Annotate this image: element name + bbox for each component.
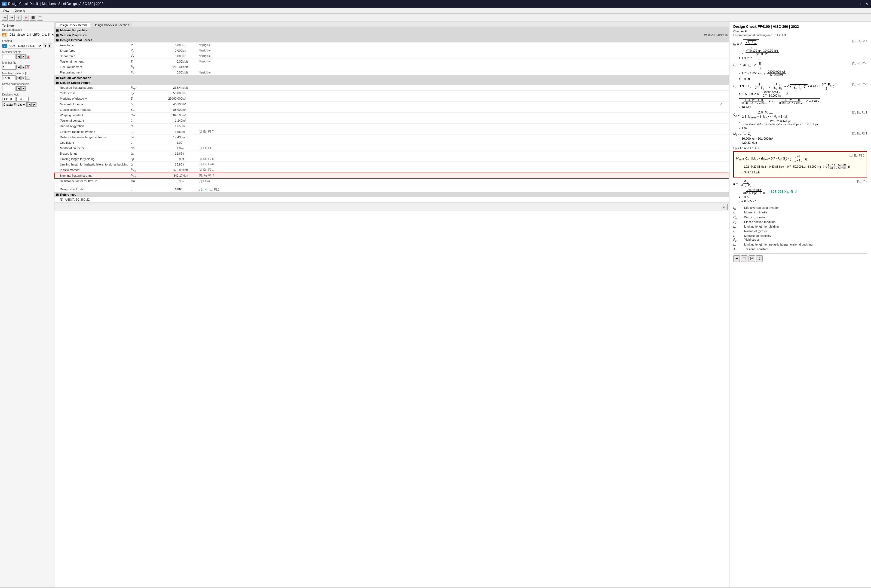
cv-unit-Mny: kipft xyxy=(183,174,199,177)
rts-eq2: = xyxy=(739,51,740,54)
force-unit-Vz: kip xyxy=(183,54,199,58)
design-check-values-title: Design Check Values xyxy=(60,81,727,84)
cv-value-Phib: 0.90 xyxy=(147,180,183,183)
toolbar-btn-2[interactable]: ↪ xyxy=(9,15,15,21)
member-no-input[interactable] xyxy=(2,65,16,70)
reference-row-1: [1] ANSI/AISC 360-22 xyxy=(54,197,729,202)
internal-forces-title: Design Internal Forces xyxy=(60,38,727,42)
force-row-My: Flexural moment My 266.44 kipft xyxy=(54,64,729,70)
rp-btn-2[interactable]: 📋 xyxy=(741,255,747,262)
minimize-button[interactable]: ─ xyxy=(854,1,858,6)
lr-frac1: E 0.7 · Fy xyxy=(754,83,765,90)
member-set-pick[interactable]: 🎯 xyxy=(26,55,30,58)
stress-point-input[interactable] xyxy=(2,86,16,91)
member-set-next[interactable]: ▶ xyxy=(21,54,25,59)
design-check-prev[interactable]: ◀ xyxy=(27,102,31,107)
force-symbol-Vy: Vy xyxy=(131,48,147,52)
var-Lp: Lp Limiting length for yielding xyxy=(733,225,867,229)
member-location-input[interactable] xyxy=(2,75,16,80)
material-properties-section[interactable]: ▣ Material Properties xyxy=(54,28,729,33)
member-location-prev[interactable]: ◀ xyxy=(16,76,21,80)
member-location-next[interactable]: ▶ xyxy=(21,76,25,80)
toolbar-btn-1[interactable]: ↩ xyxy=(1,15,7,21)
member-no-next[interactable]: ▶ xyxy=(21,65,25,69)
design-check-chapter-select[interactable]: Chapter F | Lateral-torsio... xyxy=(2,102,27,107)
lp-label: Lp xyxy=(733,63,736,67)
cv-symbol-Lb: Lb xyxy=(131,152,147,155)
rts-sqrt-symbol: √ xyxy=(740,42,742,46)
center-print-btn[interactable]: 🖨 xyxy=(721,203,727,210)
member-location-pick[interactable]: ↔ xyxy=(26,76,30,80)
cv-name-rz: Radius of gyration xyxy=(60,124,131,128)
tab-design-check-details[interactable]: Design Check Details xyxy=(55,22,90,27)
rp-btn-3[interactable]: 💾 xyxy=(748,255,755,262)
close-window-button[interactable]: ✕ xyxy=(865,1,869,6)
tab-design-checks-location[interactable]: Design Checks in Location xyxy=(91,22,132,27)
cv-symbol-ho: ho xyxy=(131,136,147,139)
stress-point-next[interactable]: ▶ xyxy=(21,86,25,91)
rts-eq3: = xyxy=(739,56,740,60)
check-row-Iz: Moment of inertia Iz 40.100 in⁴ ✓ xyxy=(54,102,729,107)
cv-note-Mpy: [1], Eq. F2-1 xyxy=(199,168,727,171)
ratio-name: Design check ratio xyxy=(60,187,131,191)
material-properties-title: Material Properties xyxy=(60,28,727,32)
var-Iz-desc: Moment of inertia xyxy=(744,211,767,214)
toolbar-btn-3[interactable]: ⬆ xyxy=(16,15,22,21)
toolbar-btn-4[interactable]: ★ xyxy=(23,15,29,21)
stress-point-prev[interactable]: ◀ xyxy=(16,86,21,91)
design-check-id-input[interactable] xyxy=(2,97,16,102)
var-rts-desc: Effective radius of gyration xyxy=(744,206,779,209)
design-check-next[interactable]: ▶ xyxy=(32,102,36,107)
cv-symbol-Fy: Fy xyxy=(131,91,147,95)
loading-label: Loading xyxy=(2,39,52,42)
loading-prev[interactable]: ◀ xyxy=(43,43,47,48)
right-bottom-toolbar: ⬅ 📋 💾 🖨 xyxy=(733,253,867,262)
references-toggle-icon: ▣ xyxy=(56,193,58,196)
cv-unit-rz: in xyxy=(183,124,199,128)
cv-unit-Cb: -- xyxy=(183,147,199,150)
cv-unit-J: in⁴ xyxy=(183,119,199,123)
loading-badge: 2 xyxy=(2,44,7,48)
force-symbol-Vz: Vz xyxy=(131,54,147,58)
var-Cw: Cw Warping constant xyxy=(733,215,867,220)
section-classification-section[interactable]: ▣ Section Classification xyxy=(54,75,729,80)
force-name-Mz: Flexural moment xyxy=(60,71,131,74)
cv-unit-rts: in xyxy=(183,130,199,133)
design-situation-label: Design Situation xyxy=(2,28,52,31)
rp-btn-4[interactable]: 🖨 xyxy=(756,255,763,262)
cv-unit-Lb: ft xyxy=(183,152,199,155)
cv-symbol-rts: rts xyxy=(131,130,147,134)
check-row-E: Modulus of elasticity E 29000.000 ksi xyxy=(54,96,729,102)
eta-frac: Mr,y Mn,y · Φb xyxy=(740,180,752,187)
member-set-prev[interactable]: ◀ xyxy=(16,54,21,59)
cv-value-Sy: 88.900 xyxy=(147,108,183,111)
rp-btn-1[interactable]: ⬅ xyxy=(733,255,740,262)
design-check-rating-input[interactable] xyxy=(16,97,28,102)
check-row-Fy: Yield stress Fy 50.000 ksi xyxy=(54,91,729,96)
internal-forces-section[interactable]: ▣ Design Internal Forces xyxy=(54,37,729,42)
member-set-input[interactable] xyxy=(2,54,16,59)
cv-value-c: 1.00 xyxy=(147,141,183,144)
loading-next[interactable]: ▶ xyxy=(48,43,52,48)
design-check-values-section[interactable]: ▣ Design Check Values xyxy=(54,80,729,85)
cv-unit-c: -- xyxy=(183,141,199,144)
var-E-symbol: E xyxy=(733,234,741,237)
loading-select[interactable]: CO6 - 1.20D + 1.60L xyxy=(7,43,42,48)
member-no-pick[interactable]: 🎯 xyxy=(26,65,30,69)
menu-view[interactable]: View xyxy=(1,9,10,13)
maximize-button[interactable]: □ xyxy=(859,1,864,6)
center-panel: Design Check Details Design Checks in Lo… xyxy=(54,22,729,588)
eta-condition-row: η = 0.865 ≤ 1 · xyxy=(733,199,867,203)
cv-unit-Fy: ksi xyxy=(183,91,199,95)
member-no-prev[interactable]: ◀ xyxy=(16,65,21,69)
section-properties-section[interactable]: ▣ Section Properties W 18x50 | AISC 16 xyxy=(54,33,729,37)
var-Cw-symbol: Cw xyxy=(733,215,741,220)
menu-options[interactable]: Options xyxy=(13,9,26,13)
toolbar-btn-5[interactable]: ⬛ xyxy=(30,15,36,21)
design-situation-select[interactable]: DS2 - Section 2.3 (LRFD), 1. to 5. xyxy=(7,32,54,37)
var-legend: rts Effective radius of gyration Iz Mome… xyxy=(733,206,867,251)
references-section[interactable]: ▣ References xyxy=(54,192,729,197)
toolbar-btn-6[interactable]: 📋 xyxy=(37,15,43,21)
cv-name-Phib: Resistance factor for flexure xyxy=(60,180,131,183)
force-unit-P: kip xyxy=(183,43,199,47)
